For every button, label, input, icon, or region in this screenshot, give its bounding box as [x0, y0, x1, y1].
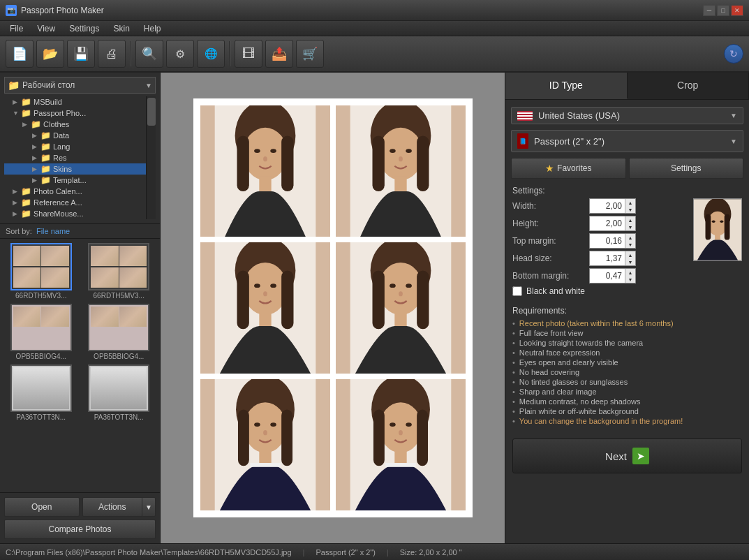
sort-by-label: Sort by: [6, 227, 32, 235]
settings-section: Settings: Width: ▲ ▼ [505, 182, 749, 300]
width-up-button[interactable]: ▲ [625, 199, 635, 206]
favorites-button[interactable]: ★ Favorites [511, 158, 626, 179]
toolbar-video-button[interactable]: 🎞 [235, 40, 262, 68]
window-controls[interactable]: ─ □ ✕ [703, 5, 743, 16]
menu-skin[interactable]: Skin [107, 22, 137, 35]
open-button[interactable]: Open [4, 497, 80, 517]
main-area: 📁 Рабочий стол ▼ ▶ 📁 MSBuild ▼ 📁 [0, 73, 749, 543]
mini-photo [13, 267, 41, 288]
head-size-up-button[interactable]: ▲ [625, 251, 635, 258]
thumbnail-item-0[interactable]: 66RDTH5MV3... [4, 243, 78, 300]
tab-id-type[interactable]: ID Type [505, 73, 628, 99]
thumbnail-item-2[interactable]: OPB5BBIOG4... [4, 304, 78, 360]
toolbar-camera-button[interactable]: ⚙ [166, 40, 194, 68]
thumbnail-item-3[interactable]: OPB5BBIOG4... [82, 304, 156, 360]
minimize-button[interactable]: ─ [703, 5, 715, 16]
compare-photos-button[interactable]: Compare Photos [4, 520, 156, 539]
toolbar-print-button[interactable]: 🖨 [98, 40, 126, 68]
sort-link[interactable]: File name [36, 227, 70, 235]
top-margin-spinners: ▲ ▼ [625, 234, 635, 248]
mini-photo [13, 307, 41, 327]
top-margin-row: Top margin: ▲ ▼ [512, 233, 686, 249]
svg-rect-44 [259, 450, 271, 465]
bottom-margin-row: Bottom margin: ▲ ▼ [512, 268, 686, 283]
tree-item-lang[interactable]: ▶ 📁 Lang [4, 141, 146, 152]
settings-button[interactable]: Settings [629, 158, 744, 179]
tree-item-passport[interactable]: ▼ 📁 Passport Pho... [4, 108, 146, 119]
country-label: United States (USA) [538, 110, 730, 121]
width-input[interactable] [590, 200, 625, 212]
country-dropdown[interactable]: United States (USA) ▼ [511, 107, 743, 124]
svg-rect-3 [237, 135, 249, 191]
head-size-input[interactable] [590, 252, 625, 265]
head-size-down-button[interactable]: ▼ [625, 258, 635, 265]
svg-point-23 [254, 283, 260, 288]
tree-item-msbuild[interactable]: ▶ 📁 MSBuild [4, 96, 146, 108]
requirements-title: Requirements: [512, 306, 742, 316]
tree-item-clothes[interactable]: ▶ 📁 Clothes [4, 119, 146, 130]
toolbar-save-button[interactable]: 💾 [67, 40, 95, 68]
height-down-button[interactable]: ▼ [625, 223, 635, 230]
country-dropdown-arrow: ▼ [730, 112, 737, 119]
thumb-label-4: PA36TOTT3N... [16, 413, 66, 421]
menu-view[interactable]: View [30, 22, 62, 35]
tab-crop[interactable]: Crop [628, 73, 750, 99]
top-margin-input[interactable] [590, 235, 625, 247]
height-up-button[interactable]: ▲ [625, 216, 635, 223]
photo-cell-2 [200, 242, 330, 374]
svg-rect-50 [417, 409, 428, 466]
toolbar-new-button[interactable]: 📄 [6, 40, 34, 68]
thumbnail-item-5[interactable]: PA36TOTT3N... [82, 364, 156, 421]
svg-point-16 [399, 156, 403, 161]
thumbnail-item-1[interactable]: 66RDTH5MV3... [82, 243, 156, 300]
height-input[interactable] [590, 217, 625, 230]
svg-point-25 [263, 291, 267, 296]
tree-item-photo-calendar[interactable]: ▶ 📁 Photo Calen... [4, 186, 146, 197]
close-button[interactable]: ✕ [731, 5, 743, 16]
status-doc-type: Passport (2" x 2") [316, 548, 375, 557]
tree-item-skins[interactable]: ▶ 📁 Skins [4, 163, 146, 175]
toolbar-upload-button[interactable]: 📤 [265, 40, 293, 68]
bottom-margin-down-button[interactable]: ▼ [625, 276, 635, 283]
toolbar-open-button[interactable]: 📂 [36, 40, 64, 68]
tree-item-data[interactable]: ▶ 📁 Data [4, 130, 146, 141]
toolbar-separator-2 [229, 41, 230, 66]
tree-item-reference[interactable]: ▶ 📁 Reference A... [4, 197, 146, 208]
tree-item-sharemouse[interactable]: ▶ 📁 ShareMouse... [4, 208, 146, 219]
bottom-margin-up-button[interactable]: ▲ [625, 269, 635, 276]
maximize-button[interactable]: □ [717, 5, 729, 16]
thumbnail-item-4[interactable]: PA36TOTT3N... [4, 364, 78, 421]
toolbar-refresh-button[interactable]: ↻ [724, 44, 743, 64]
bw-checkbox[interactable] [512, 286, 522, 296]
tree-item-templates[interactable]: ▶ 📁 Templat... [4, 175, 146, 186]
head-size-spinners: ▲ ▼ [625, 251, 635, 265]
tree-item-res[interactable]: ▶ 📁 Res [4, 152, 146, 163]
menu-settings[interactable]: Settings [62, 22, 106, 35]
menu-file[interactable]: File [3, 22, 30, 35]
thumbnail-preview-4 [10, 364, 72, 412]
location-bar[interactable]: 📁 Рабочий стол ▼ [4, 77, 156, 94]
open-actions-row: Open Actions ▼ [4, 497, 156, 517]
toolbar-zoom-button[interactable]: 🔍 [135, 40, 163, 68]
height-spinners: ▲ ▼ [625, 216, 635, 230]
req-item-5: No head covering [512, 367, 742, 377]
svg-rect-39 [237, 409, 249, 466]
center-panel [161, 73, 505, 543]
next-button[interactable]: Next ➤ [512, 439, 742, 473]
bottom-margin-input[interactable] [590, 270, 625, 282]
window-title: Passport Photo Maker [21, 6, 703, 15]
tree-scrollbar[interactable] [146, 96, 156, 219]
actions-main-button[interactable]: Actions [82, 497, 142, 517]
top-margin-input-group: ▲ ▼ [589, 233, 636, 249]
document-dropdown[interactable]: 📘 Passport (2" x 2") ▼ [511, 130, 743, 152]
menu-help[interactable]: Help [137, 22, 168, 35]
toolbar-cart-button[interactable]: 🛒 [296, 40, 324, 68]
toolbar-export-button[interactable]: 🌐 [197, 40, 225, 68]
top-margin-up-button[interactable]: ▲ [625, 234, 635, 241]
top-margin-down-button[interactable]: ▼ [625, 241, 635, 248]
width-down-button[interactable]: ▼ [625, 206, 635, 213]
thumb-label-1: 66RDTH5MV3... [94, 292, 144, 300]
actions-dropdown-button[interactable]: ▼ [142, 497, 156, 517]
scroll-thumb[interactable] [147, 98, 156, 126]
expand-icon: ▶ [22, 121, 29, 128]
